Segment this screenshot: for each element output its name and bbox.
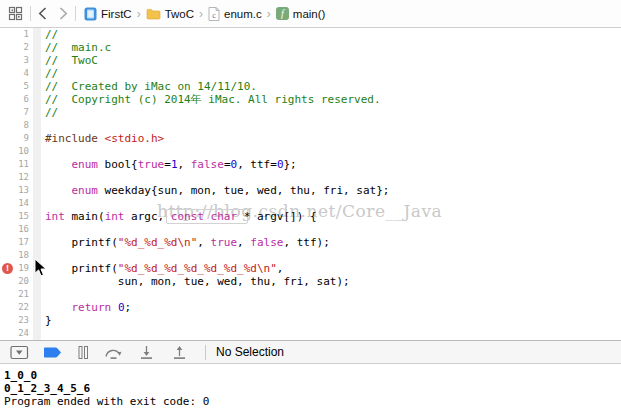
related-items-icon[interactable] <box>8 6 23 21</box>
focus-ribbon <box>33 223 41 236</box>
line-number[interactable]: 23 <box>0 314 33 327</box>
back-chevron-icon[interactable] <box>38 7 47 20</box>
error-badge[interactable]: ! <box>2 263 13 274</box>
code-line-2: 2// main.c <box>0 41 621 54</box>
line-number[interactable]: 8 <box>0 119 33 132</box>
code-text[interactable]: int main(int argc, const char * argv[]) … <box>45 210 317 223</box>
step-over-button[interactable] <box>104 345 123 360</box>
code-text[interactable]: printf("%d_%d_%d\n", true, false, ttf); <box>45 236 330 249</box>
step-over-icon <box>104 345 123 360</box>
line-number[interactable]: 9 <box>0 132 33 145</box>
code-line-3: 3// TwoC <box>0 54 621 67</box>
line-number[interactable]: 2 <box>0 41 33 54</box>
code-text[interactable]: return 0; <box>45 301 131 314</box>
code-line-12: 12 <box>0 171 621 184</box>
debug-status: No Selection <box>216 345 284 359</box>
focus-ribbon <box>33 158 41 171</box>
hide-debug-area-icon <box>10 345 29 360</box>
breakpoints-toggle-button[interactable] <box>43 346 62 359</box>
code-line-13: 13 enum weekday{sun, mon, tue, wed, thu,… <box>0 184 621 197</box>
code-text[interactable]: } <box>45 314 52 327</box>
line-number[interactable]: 3 <box>0 54 33 67</box>
line-number[interactable]: 20 <box>0 275 33 288</box>
breakpoint-arrow-icon <box>43 346 62 359</box>
code-line-11: 11 enum bool{true=1, false=0, ttf=0}; <box>0 158 621 171</box>
code-text[interactable]: // Created by iMac on 14/11/10. <box>45 80 257 93</box>
focus-ribbon <box>33 28 41 41</box>
line-number[interactable]: 24 <box>0 327 33 340</box>
code-text[interactable]: // <box>45 106 58 119</box>
focus-ribbon <box>33 262 41 275</box>
focus-ribbon <box>33 275 41 288</box>
code-text[interactable]: #include <stdio.h> <box>45 132 164 145</box>
code-text[interactable]: sun, mon, tue, wed, thu, fri, sat); <box>45 275 350 288</box>
focus-ribbon <box>33 93 41 106</box>
code-lines: 1//2// main.c3// TwoC4//5// Created by i… <box>0 28 621 340</box>
code-text[interactable]: enum bool{true=1, false=0, ttf=0}; <box>45 158 297 171</box>
code-line-16: 16 <box>0 223 621 236</box>
console-line: Program ended with exit code: 0 <box>4 395 617 408</box>
focus-ribbon <box>33 145 41 158</box>
code-editor[interactable]: http://blog.csdn.net/Core__Java 1//2// m… <box>0 28 621 340</box>
code-text[interactable]: // <box>45 67 58 80</box>
divider <box>205 345 206 360</box>
line-number[interactable]: 6 <box>0 93 33 106</box>
pause-button[interactable] <box>76 345 90 360</box>
focus-ribbon <box>33 106 41 119</box>
focus-ribbon <box>33 249 41 262</box>
breadcrumb-item-firstc[interactable]: FirstC <box>84 7 132 21</box>
line-number[interactable]: 17 <box>0 236 33 249</box>
breadcrumb-item-main[interactable]: fmain() <box>276 7 326 20</box>
breadcrumb-chevron-icon: › <box>137 7 141 21</box>
line-number[interactable]: 11 <box>0 158 33 171</box>
line-number[interactable]: 1 <box>0 28 33 41</box>
line-number[interactable]: 16 <box>0 223 33 236</box>
line-number[interactable]: 13 <box>0 184 33 197</box>
breadcrumb-item-enumc[interactable]: cenum.c <box>208 7 262 21</box>
code-text[interactable]: enum weekday{sun, mon, tue, wed, thu, fr… <box>45 184 389 197</box>
breadcrumb-label: main() <box>293 8 326 20</box>
code-line-14: 14 <box>0 197 621 210</box>
code-line-23: 23} <box>0 314 621 327</box>
line-number[interactable]: 18 <box>0 249 33 262</box>
code-text[interactable]: // <box>45 28 58 41</box>
breadcrumb-chevron-icon: › <box>199 7 203 21</box>
console-output[interactable]: 1_0_00_1_2_3_4_5_6Program ended with exi… <box>0 364 621 414</box>
step-into-button[interactable] <box>137 345 156 360</box>
focus-ribbon <box>33 314 41 327</box>
line-number[interactable]: 4 <box>0 67 33 80</box>
line-number[interactable]: 21 <box>0 288 33 301</box>
line-number[interactable]: 15 <box>0 210 33 223</box>
breadcrumb-item-twoc[interactable]: TwoC <box>146 8 194 20</box>
focus-ribbon <box>33 197 41 210</box>
line-number[interactable]: 12 <box>0 171 33 184</box>
focus-ribbon <box>33 288 41 301</box>
line-number[interactable]: 14 <box>0 197 33 210</box>
hide-debug-area-button[interactable] <box>10 345 29 360</box>
code-line-22: 22 return 0; <box>0 301 621 314</box>
forward-chevron-icon[interactable] <box>59 7 68 20</box>
breadcrumb: FirstC›TwoC›cenum.c›fmain() <box>83 7 326 21</box>
breadcrumb-label: TwoC <box>165 8 194 20</box>
breadcrumb-label: enum.c <box>224 8 262 20</box>
divider <box>30 6 31 21</box>
debug-bar: No Selection <box>0 340 621 364</box>
line-number[interactable]: 5 <box>0 80 33 93</box>
code-text[interactable]: // main.c <box>45 41 111 54</box>
line-number[interactable]: 10 <box>0 145 33 158</box>
line-number[interactable]: 7 <box>0 106 33 119</box>
step-out-button[interactable] <box>170 345 189 360</box>
focus-ribbon <box>33 236 41 249</box>
line-number[interactable]: 22 <box>0 301 33 314</box>
code-line-8: 8 <box>0 119 621 132</box>
focus-ribbon <box>33 327 41 340</box>
code-text[interactable]: // TwoC <box>45 54 98 67</box>
code-line-7: 7// <box>0 106 621 119</box>
code-text[interactable]: printf("%d_%d_%d_%d_%d_%d_%d\n", <box>45 262 283 275</box>
focus-ribbon <box>33 132 41 145</box>
focus-ribbon <box>33 171 41 184</box>
pause-icon <box>76 345 90 360</box>
jump-bar: FirstC›TwoC›cenum.c›fmain() <box>0 0 621 28</box>
code-text[interactable]: // Copyright (c) 2014年 iMac. All rights … <box>45 93 381 106</box>
code-line-10: 10 <box>0 145 621 158</box>
